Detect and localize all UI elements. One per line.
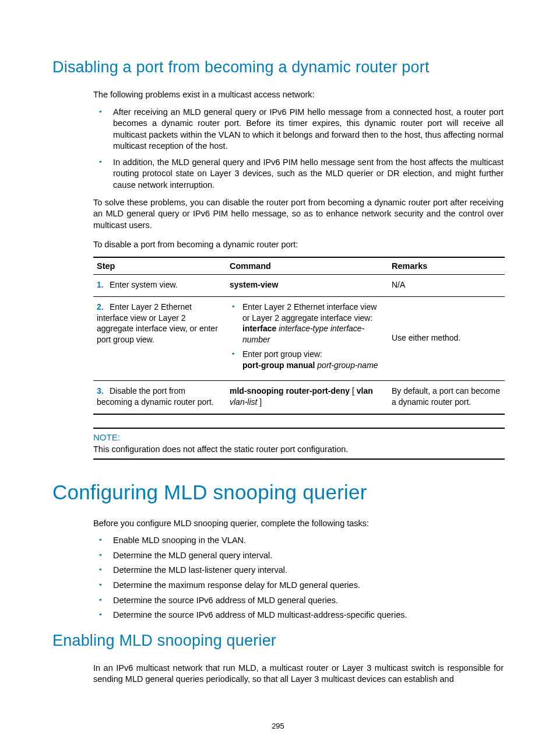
step-number: 2. (97, 302, 110, 313)
table-header-row: Step Command Remarks (93, 257, 505, 275)
cmd-arg: port-group-name (317, 360, 378, 370)
cmd-desc: Enter Layer 2 Ethernet interface view or… (242, 302, 376, 323)
th-command: Command (226, 257, 388, 275)
note-box: NOTE: This configuration does not affect… (93, 428, 505, 460)
list-item: Determine the MLD last-listener query in… (93, 565, 504, 576)
heading-disable-dynamic-router-port: Disabling a port from becoming a dynamic… (52, 58, 504, 76)
section3-body: In an IPv6 multicast network that run ML… (93, 663, 504, 685)
step-number: 1. (97, 279, 110, 290)
list-item: Determine the source IPv6 address of MLD… (93, 595, 504, 607)
table-row: 1.Enter system view. system-view N/A (93, 274, 505, 296)
list-item: Determine the source IPv6 address of MLD… (93, 610, 504, 621)
cmd-keyword: interface (242, 324, 276, 333)
remarks-text: N/A (388, 274, 505, 296)
note-text: This configuration does not affect the s… (93, 444, 505, 454)
heading-enabling-mld-querier: Enabling MLD snooping querier (52, 632, 504, 650)
note-label: NOTE: (93, 432, 505, 442)
section1-body: The following problems exist in a multic… (93, 89, 504, 460)
section2-body: Before you configure MLD snooping querie… (93, 518, 504, 621)
step-text: Enter system view. (110, 280, 178, 289)
cmd-keyword: port-group manual (242, 360, 315, 370)
list-item: In addition, the MLD general query and I… (93, 157, 504, 191)
th-step: Step (93, 257, 226, 275)
section1-lead: To disable a port from becoming a dynami… (93, 239, 504, 251)
list-item: Enter Layer 2 Ethernet interface view or… (230, 302, 385, 346)
list-item: Enter port group view: port-group manual… (230, 349, 385, 371)
list-item: Determine the MLD general query interval… (93, 550, 504, 562)
th-remarks: Remarks (388, 257, 505, 275)
cmd-desc: Enter port group view: (242, 349, 322, 359)
cmd-arg: vlan-list (230, 397, 257, 407)
heading-configuring-mld-querier: Configuring MLD snooping querier (52, 481, 504, 504)
section2-bullets: Enable MLD snooping in the VLAN. Determi… (93, 535, 504, 621)
list-item: Enable MLD snooping in the VLAN. (93, 535, 504, 547)
section3-para: In an IPv6 multicast network that run ML… (93, 663, 504, 685)
list-item: After receiving an MLD general query or … (93, 107, 504, 152)
cmd-plain: [ (350, 386, 357, 396)
section1-intro: The following problems exist in a multic… (93, 89, 504, 101)
command-text: system-view (230, 280, 278, 289)
command-bullets: Enter Layer 2 Ethernet interface view or… (230, 302, 385, 371)
step-text: Disable the port from becoming a dynamic… (97, 386, 214, 407)
section2-intro: Before you configure MLD snooping querie… (93, 518, 504, 530)
step-text: Enter Layer 2 Ethernet interface view or… (97, 302, 218, 345)
section1-solve: To solve these problems, you can disable… (93, 197, 504, 232)
cmd-keyword: mld-snooping router-port-deny (230, 386, 350, 396)
remarks-text: Use either method. (388, 296, 505, 380)
cmd-keyword: vlan (357, 386, 373, 396)
page-number: 295 (0, 722, 556, 730)
table-row: 3.Disable the port from becoming a dynam… (93, 380, 505, 414)
cmd-plain: ] (257, 397, 262, 407)
remarks-text: By default, a port can become a dynamic … (388, 380, 505, 414)
step-number: 3. (97, 386, 110, 397)
section1-bullets: After receiving an MLD general query or … (93, 107, 504, 191)
table-row: 2.Enter Layer 2 Ethernet interface view … (93, 296, 505, 380)
list-item: Determine the maximum response delay for… (93, 580, 504, 592)
steps-table: Step Command Remarks 1.Enter system view… (93, 257, 505, 415)
